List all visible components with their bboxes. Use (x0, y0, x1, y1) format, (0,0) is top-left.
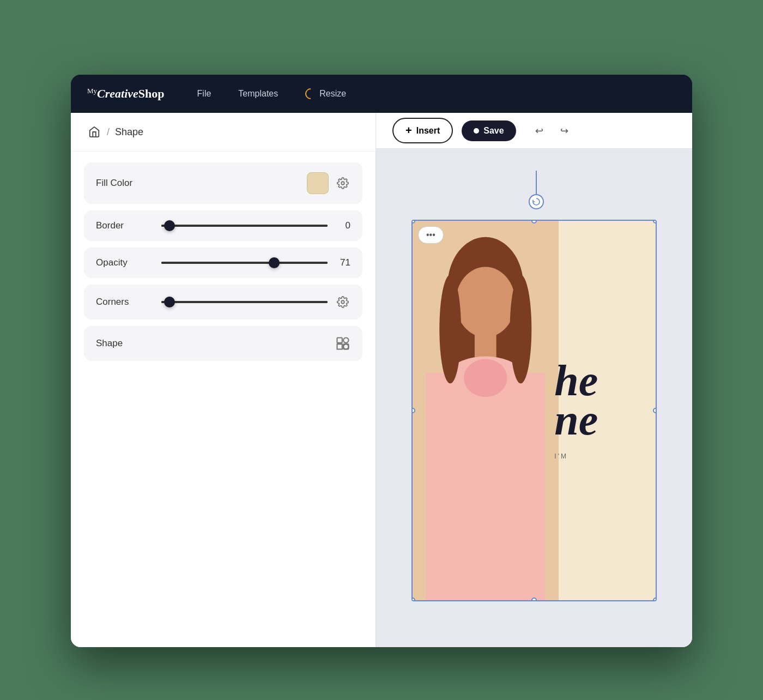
svg-point-14 (464, 359, 507, 397)
nav-resize[interactable]: Resize (305, 88, 346, 99)
canvas-viewport: ••• (376, 149, 692, 647)
save-button[interactable]: Save (462, 120, 516, 141)
shape-picker-icon[interactable] (335, 336, 350, 351)
logo-text: MyCreativeShop (87, 87, 165, 101)
svg-point-0 (341, 182, 344, 185)
nav-links: File Templates Resize (197, 88, 347, 99)
breadcrumb: / Shape (71, 113, 376, 152)
svg-rect-2 (337, 338, 342, 343)
shape-label: Shape (96, 338, 150, 349)
svg-point-6 (343, 344, 348, 349)
canvas-area: + Insert Save ↩ ↪ (376, 113, 692, 647)
redo-button[interactable]: ↪ (554, 120, 575, 141)
canvas-toolbar: + Insert Save ↩ ↪ (376, 113, 692, 149)
left-panel: / Shape Fill Color (71, 113, 376, 647)
design-text-line1: he (554, 361, 647, 400)
border-label: Border (96, 220, 150, 231)
opacity-slider[interactable] (161, 262, 328, 264)
opacity-card: Opacity 71 (84, 248, 362, 278)
insert-button[interactable]: + Insert (392, 118, 453, 143)
handle-middle-right[interactable] (653, 408, 657, 413)
handle-top-right[interactable] (653, 220, 657, 224)
save-dot-icon (474, 128, 479, 134)
svg-point-1 (341, 300, 344, 304)
svg-rect-3 (343, 338, 348, 343)
fill-color-label: Fill Color (96, 178, 150, 189)
color-swatch[interactable] (307, 172, 329, 194)
corners-slider-container (161, 294, 350, 310)
handle-bottom-right[interactable] (653, 598, 657, 601)
svg-rect-13 (426, 372, 545, 600)
nav-file[interactable]: File (197, 89, 211, 99)
design-subtext: I'M (554, 452, 647, 460)
more-options-button[interactable]: ••• (418, 226, 444, 244)
rotate-line (536, 171, 537, 195)
handle-bottom-left[interactable] (411, 598, 415, 601)
border-slider-container: 0 (161, 220, 350, 231)
svg-rect-4 (337, 344, 342, 349)
design-text-line2: ne (554, 400, 647, 439)
undo-redo-group: ↩ ↪ (529, 120, 575, 141)
corners-card: Corners (84, 285, 362, 319)
rotate-handle[interactable] (529, 194, 544, 209)
design-image-area: he ne I'M (413, 221, 656, 600)
navbar: MyCreativeShop File Templates Resize (71, 75, 692, 113)
border-value: 0 (335, 220, 350, 231)
main-content: / Shape Fill Color (71, 113, 692, 647)
corners-slider[interactable] (161, 301, 328, 303)
svg-rect-11 (475, 332, 496, 359)
opacity-label: Opacity (96, 257, 150, 268)
corners-settings-icon[interactable] (335, 294, 350, 310)
rotate-handle-area (529, 171, 544, 209)
opacity-slider-container: 71 (161, 257, 350, 268)
controls-panel: Fill Color Border (71, 152, 376, 372)
fill-color-right (307, 172, 350, 194)
breadcrumb-current: Shape (115, 126, 143, 138)
logo: MyCreativeShop (87, 87, 165, 101)
fill-settings-icon[interactable] (335, 176, 350, 191)
breadcrumb-separator: / (107, 126, 110, 138)
design-text-area: he ne I'M (546, 221, 656, 600)
svg-point-15 (439, 275, 461, 383)
resize-icon (303, 86, 318, 101)
border-slider[interactable] (161, 225, 328, 227)
design-card: ••• (411, 220, 657, 601)
opacity-value: 71 (335, 257, 350, 268)
fill-color-card: Fill Color (84, 162, 362, 204)
handle-bottom-middle[interactable] (531, 598, 537, 601)
border-card: Border 0 (84, 210, 362, 241)
svg-point-10 (456, 267, 515, 337)
shape-card: Shape (84, 326, 362, 361)
home-icon[interactable] (87, 125, 101, 139)
woman-figure (413, 221, 559, 600)
corners-label: Corners (96, 297, 150, 307)
nav-templates[interactable]: Templates (238, 89, 278, 99)
undo-button[interactable]: ↩ (529, 120, 550, 141)
svg-point-16 (510, 275, 532, 383)
